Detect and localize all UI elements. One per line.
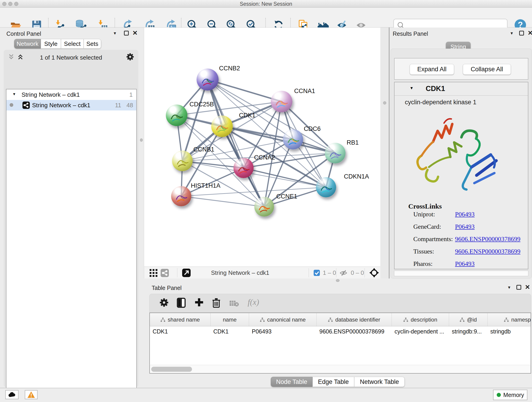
network-view-footer: String Network – cdk1 1 – 0 0 – 0 xyxy=(144,267,380,279)
network-node-ccne1[interactable] xyxy=(254,197,274,217)
column-header-shared-name[interactable]: shared name xyxy=(150,313,210,326)
table-cell[interactable]: CDK1 xyxy=(152,328,210,335)
tab-select[interactable]: Select xyxy=(61,39,84,49)
table-cell[interactable]: P06493 xyxy=(252,328,316,335)
splitter-handle[interactable] xyxy=(336,279,340,282)
close-panel-icon[interactable]: ✕ xyxy=(133,31,138,36)
column-header--id[interactable]: @id xyxy=(449,313,488,326)
crosslink-link[interactable]: P06493 xyxy=(455,260,475,267)
network-node-cdc25b[interactable] xyxy=(166,104,187,126)
crosslink-row: Uniprot:P06493 xyxy=(413,211,523,218)
cloud-button[interactable] xyxy=(5,390,19,399)
tab-edge-table[interactable]: Edge Table xyxy=(312,377,354,387)
scrollbar-thumb[interactable] xyxy=(151,367,192,372)
crosslink-link[interactable]: 9606.ENSP00000378699 xyxy=(455,248,520,255)
protein-ribbon-thumbnail xyxy=(175,155,190,171)
network-node-ccna1[interactable] xyxy=(271,91,292,112)
tab-style[interactable]: Style xyxy=(41,39,61,49)
function-builder-icon[interactable]: f(x) xyxy=(248,297,259,307)
splitter-handle[interactable] xyxy=(140,138,143,142)
network-icon xyxy=(22,102,30,109)
hidden-eye-icon[interactable] xyxy=(339,270,348,276)
column-header-database-identifier[interactable]: database identifier xyxy=(317,313,392,326)
collapse-all-button[interactable]: Collapse All xyxy=(463,64,511,75)
tab-network-table[interactable]: Network Table xyxy=(354,377,405,387)
grid-view-icon[interactable] xyxy=(150,269,157,277)
network-canvas[interactable]: CCNB2 CCNA1 CDC25B CDK1 CDC6 RB1 xyxy=(144,27,380,267)
network-node-hist1h1a[interactable] xyxy=(171,186,191,206)
collapse-section-icon[interactable]: ▼ xyxy=(410,86,413,90)
tab-sets[interactable]: Sets xyxy=(84,39,101,49)
vertical-splitter[interactable] xyxy=(380,27,389,279)
table-cell[interactable]: CDK1 xyxy=(213,328,248,335)
network-list: ▼ String Network – cdk1 1 String Network… xyxy=(6,89,137,402)
network-edges[interactable] xyxy=(144,27,380,267)
close-panel-icon[interactable]: ✕ xyxy=(525,285,530,290)
tree-expand-icon[interactable]: ▼ xyxy=(12,92,16,96)
network-node-cdk1[interactable] xyxy=(211,115,233,137)
tab-network[interactable]: Network xyxy=(14,39,41,49)
delete-table-icon[interactable] xyxy=(229,300,239,307)
float-panel-icon[interactable] xyxy=(516,285,521,290)
crosslink-link[interactable]: P06493 xyxy=(455,211,475,218)
table-options-gear-icon[interactable] xyxy=(159,298,169,307)
network-node-cdc6[interactable] xyxy=(283,129,303,149)
collapse-all-tree-icon[interactable] xyxy=(7,54,15,60)
expand-all-button[interactable]: Expand All xyxy=(410,64,454,75)
node-label-ccna2: CCNA2 xyxy=(254,154,275,161)
network-node-rb1[interactable] xyxy=(325,143,346,163)
string-results-body: Expand All Collapse All ▼ CDK1 cyclin-de… xyxy=(391,49,532,279)
network-options-gear-icon[interactable] xyxy=(126,53,134,61)
network-node-cdkn1a[interactable] xyxy=(316,177,336,197)
footer-network-name: String Network – cdk1 xyxy=(211,269,269,276)
add-column-icon[interactable] xyxy=(195,298,204,307)
network-node-ccna2[interactable] xyxy=(234,158,254,178)
network-collection-row[interactable]: ▼ String Network – cdk1 1 xyxy=(6,89,136,100)
table-cell[interactable]: cyclin-dependent ... xyxy=(394,328,448,335)
splitter-handle[interactable] xyxy=(383,101,386,104)
detach-view-icon[interactable] xyxy=(182,269,191,277)
column-header-canonical-name[interactable]: canonical name xyxy=(249,313,317,326)
expand-all-tree-icon[interactable] xyxy=(17,54,24,60)
network-node-ccnb2[interactable] xyxy=(196,69,219,90)
float-panel-icon[interactable] xyxy=(124,31,129,36)
node-label-ccnb2: CCNB2 xyxy=(219,65,240,72)
close-panel-icon[interactable]: ✕ xyxy=(528,31,532,36)
crosslink-link[interactable]: P06493 xyxy=(455,223,475,230)
table-row[interactable]: CDK1CDK1P064939606.ENSP00000378699cyclin… xyxy=(149,326,531,337)
show-columns-icon[interactable] xyxy=(177,298,186,308)
selected-checkbox-icon[interactable] xyxy=(314,270,320,276)
column-header-name[interactable]: name xyxy=(210,313,249,326)
table-cell[interactable]: stringdb:9... xyxy=(452,328,487,335)
network-node-ccnb1[interactable] xyxy=(172,151,193,171)
protein-ribbon-thumbnail xyxy=(168,109,185,126)
column-header-description[interactable]: description xyxy=(392,313,449,326)
tab-node-table[interactable]: Node Table xyxy=(271,377,312,387)
table-horizontal-scrollbar[interactable] xyxy=(149,365,531,374)
control-panel-title: Control Panel xyxy=(6,31,41,37)
results-scrollbar[interactable] xyxy=(394,271,528,276)
protein-name: CDK1 xyxy=(426,85,445,93)
protein-description: cyclin-dependent kinase 1 xyxy=(405,99,476,106)
panel-menu-icon[interactable]: ▼ xyxy=(113,31,117,36)
network-view-icon[interactable] xyxy=(161,269,169,277)
crosslink-label: Compartments: xyxy=(413,235,455,243)
float-panel-icon[interactable] xyxy=(519,31,524,36)
memory-label: Memory xyxy=(503,392,524,398)
birdseye-crosshair-icon[interactable] xyxy=(369,268,379,278)
table-cell[interactable]: 9606.ENSP00000378699 xyxy=(319,328,391,335)
panel-menu-icon[interactable]: ▼ xyxy=(510,31,514,36)
network-row-selected[interactable]: String Network – cdk1 11 48 xyxy=(6,100,136,110)
table-cell[interactable]: stringdb xyxy=(490,328,531,335)
delete-column-trash-icon[interactable] xyxy=(212,298,221,308)
memory-button[interactable]: Memory xyxy=(493,390,527,400)
warnings-button[interactable] xyxy=(25,390,38,399)
column-header-namespace[interactable]: namespace xyxy=(488,313,531,326)
crosslink-row: Compartments:9606.ENSP00000378699 xyxy=(413,235,523,243)
crosslink-link[interactable]: 9606.ENSP00000378699 xyxy=(455,235,520,242)
protein-card-header[interactable]: ▼ CDK1 xyxy=(394,82,528,96)
collection-count: 1 xyxy=(129,91,133,98)
panel-menu-icon[interactable]: ▼ xyxy=(507,285,511,290)
status-bar: Memory xyxy=(0,388,532,402)
current-network-dot-icon xyxy=(10,103,13,107)
